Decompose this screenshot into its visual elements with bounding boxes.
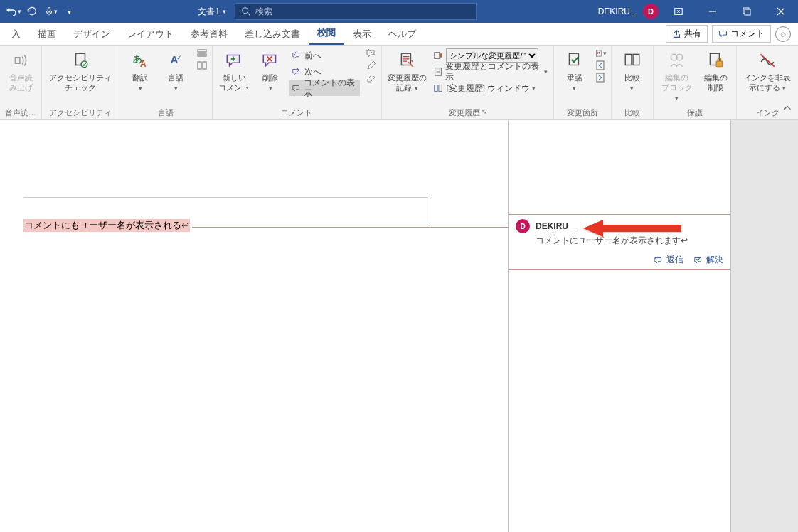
track-dropdown[interactable]: シンプルな変更履歴/コ…	[446, 48, 538, 63]
maximize-button[interactable]	[733, 0, 761, 23]
group-label-language: 言語	[124, 107, 208, 119]
svg-text:A: A	[140, 59, 147, 69]
title-bar: ▾ ▾ ▾ 文書1 ▾ 検索 DEKIRU _ D	[0, 0, 798, 23]
feedback-icon[interactable]: ☺	[775, 26, 791, 42]
document-page[interactable]: コメントにもユーザー名が表示される↩	[0, 120, 509, 532]
svg-rect-17	[440, 53, 442, 57]
group-label-voice: 音声読…	[4, 107, 37, 119]
restrict-editing-button[interactable]: 編集の 制限	[699, 48, 732, 95]
reject-button[interactable]: ▾	[595, 48, 607, 59]
reply-button[interactable]: 返信	[654, 254, 683, 266]
comment-author: DEKIRU _	[536, 221, 575, 231]
highlighted-text[interactable]: コメントにもユーザー名が表示される↩	[23, 219, 190, 232]
ribbon: 音声読 み上げ 音声読… アクセシビリティ チェック アクセシビリティ あA 翻…	[0, 46, 798, 120]
undo-button[interactable]: ▾	[6, 4, 21, 19]
ribbon-mode-button[interactable]	[664, 0, 693, 23]
read-aloud-icon	[9, 49, 32, 72]
next-comment-icon	[291, 66, 302, 78]
user-name[interactable]: DEKIRU _	[598, 6, 637, 16]
redo-button[interactable]	[24, 4, 40, 19]
tab-draw[interactable]: 描画	[29, 24, 65, 45]
svg-rect-23	[597, 61, 604, 70]
delete-comment-button[interactable]: 削除▾	[254, 48, 287, 95]
track-changes-button[interactable]: 変更履歴の 記録 ▾	[386, 48, 429, 95]
svg-rect-12	[198, 54, 206, 56]
hide-ink-icon	[756, 49, 779, 72]
tab-review[interactable]: 校閲	[309, 23, 344, 45]
svg-marker-31	[583, 220, 681, 237]
svg-rect-13	[198, 62, 201, 69]
tab-help[interactable]: ヘルプ	[380, 24, 425, 45]
document-title[interactable]: 文書1 ▾	[198, 6, 226, 18]
hide-ink-button[interactable]: インクを非表 示にする ▾	[741, 48, 794, 95]
svg-rect-20	[439, 85, 442, 92]
prev-change-button[interactable]	[595, 60, 607, 71]
minimize-button[interactable]	[698, 0, 727, 23]
restrict-editing-icon	[704, 49, 727, 72]
accept-icon	[563, 49, 586, 72]
user-avatar[interactable]: D	[643, 4, 659, 19]
accept-button[interactable]: 承諾▾	[558, 48, 591, 95]
svg-rect-26	[633, 54, 639, 65]
tab-layout[interactable]: レイアウト	[119, 24, 182, 45]
tab-mailings[interactable]: 差し込み文書	[236, 24, 309, 45]
pen-icon[interactable]	[366, 60, 377, 71]
svg-rect-30	[716, 61, 723, 67]
collapse-ribbon-button[interactable]	[782, 103, 792, 115]
track-changes-icon	[395, 49, 418, 72]
accessibility-button[interactable]: アクセシビリティ チェック	[46, 48, 115, 95]
svg-rect-11	[198, 50, 206, 52]
comments-button[interactable]: コメント	[712, 25, 771, 43]
group-label-compare: 比較	[616, 107, 649, 119]
tab-view[interactable]: 表示	[344, 24, 380, 45]
accessibility-icon	[69, 49, 92, 72]
group-label-protect: 保護	[658, 107, 732, 119]
translate-icon: あA	[129, 49, 151, 72]
block-authors-icon	[666, 49, 688, 72]
svg-point-1	[243, 8, 248, 14]
compare-icon	[621, 49, 644, 72]
share-button[interactable]: 共有	[666, 25, 708, 43]
new-comment-button[interactable]: 新しい コメント	[217, 48, 251, 95]
block-authors-button: 編集の ブロック ▾	[658, 48, 696, 104]
next-change-button[interactable]	[595, 72, 607, 83]
delete-comment-icon	[259, 49, 282, 72]
comment-avatar: D	[516, 219, 530, 233]
prev-comment-icon	[291, 50, 302, 61]
show-comments-icon	[291, 83, 302, 94]
svg-rect-24	[597, 73, 604, 82]
eraser-icon[interactable]	[366, 72, 377, 83]
group-label-comment: コメント	[217, 107, 377, 119]
language-icon: A✓	[164, 49, 187, 72]
reviewing-pane-icon	[432, 83, 444, 94]
resolve-button[interactable]: 解決	[693, 254, 723, 266]
group-label-changes: 変更箇所	[558, 107, 607, 119]
show-markup-icon	[432, 66, 443, 78]
svg-rect-4	[745, 9, 750, 15]
svg-rect-19	[435, 85, 437, 92]
mic-button[interactable]: ▾	[43, 4, 58, 19]
tab-design[interactable]: デザイン	[65, 24, 119, 45]
close-button[interactable]	[767, 0, 795, 23]
compare-button[interactable]: 比較▾	[616, 48, 649, 95]
search-placeholder: 検索	[255, 6, 272, 18]
translate-button[interactable]: あA 翻訳▾	[124, 48, 156, 95]
thesaurus-icon[interactable]	[196, 60, 208, 71]
read-aloud-button[interactable]: 音声読 み上げ	[4, 48, 37, 95]
tab-references[interactable]: 参考資料	[182, 24, 236, 45]
qat-customize[interactable]: ▾	[61, 4, 77, 19]
show-markup-button[interactable]: 変更履歴とコメントの表示 ▾	[431, 64, 548, 80]
svg-rect-25	[625, 54, 632, 65]
language-button[interactable]: A✓ 言語▾	[159, 48, 192, 95]
annotation-arrow	[583, 218, 683, 240]
show-comments-button[interactable]: コメントの表示	[289, 80, 359, 96]
prev-comment-button[interactable]: 前へ	[289, 48, 359, 63]
ink-comment-icon[interactable]	[366, 48, 377, 59]
word-count-icon[interactable]	[196, 48, 208, 59]
svg-rect-16	[435, 53, 440, 59]
reviewing-pane-button[interactable]: [変更履歴] ウィンドウ ▾	[431, 80, 548, 96]
display-icon	[432, 50, 444, 61]
tab-insert[interactable]: 入	[3, 24, 29, 45]
search-box[interactable]: 検索	[235, 3, 477, 20]
document-area: コメントにもユーザー名が表示される↩ D DEKIRU _ コメントにユーザー名…	[0, 120, 798, 532]
